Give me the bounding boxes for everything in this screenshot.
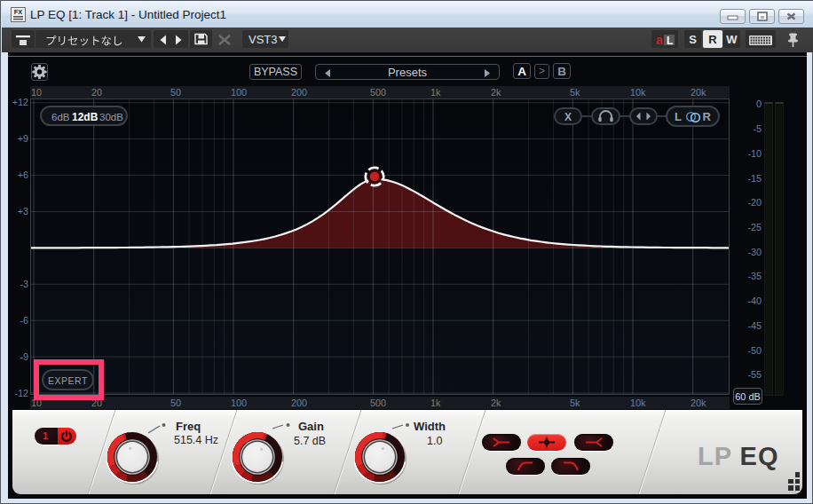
- svg-text:FX: FX: [14, 8, 23, 16]
- svg-text:a: a: [656, 33, 663, 47]
- svg-text:L: L: [667, 35, 673, 47]
